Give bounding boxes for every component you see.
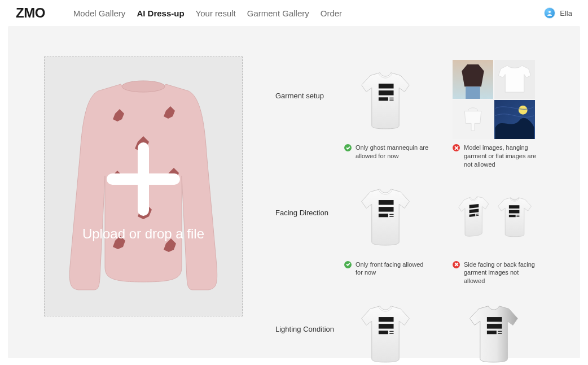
guideline-lighting: Lighting Condition Uniform illumination [275, 293, 559, 365]
example-image [344, 177, 427, 256]
example-good: Uniform illumination [344, 293, 435, 365]
cross-icon [453, 261, 460, 268]
upload-prompt: Upload or drop a file [82, 226, 204, 242]
example-image [453, 177, 535, 256]
upload-dropzone[interactable]: Upload or drop a file [44, 57, 243, 316]
example-good: Only ghost mannequin are allowed for now [344, 60, 435, 169]
guidelines-panel: Garment setup Only ghost mannequin are a… [275, 57, 559, 342]
brand-logo[interactable]: ZMO [16, 5, 45, 21]
caption: Only ghost mannequin are allowed for now [356, 144, 432, 160]
example-bad: severly uneven lighting will ruin result [453, 293, 543, 365]
caption: Model images, hanging garment or flat im… [464, 144, 541, 169]
nav-your-result[interactable]: Your result [196, 8, 236, 18]
svg-point-8 [519, 106, 528, 115]
guideline-facing-direction: Facing Direction Only front facing allow… [275, 177, 559, 286]
example-image [453, 60, 535, 139]
example-image [344, 60, 427, 139]
nav-ai-dressup[interactable]: AI Dress-up [137, 8, 184, 18]
cross-icon [453, 144, 460, 151]
plus-icon [107, 142, 180, 216]
svg-point-5 [548, 11, 551, 13]
nav-model-gallery[interactable]: Model Gallery [73, 8, 126, 18]
nav-garment-gallery[interactable]: Garment Gallery [247, 8, 309, 18]
caption: Side facing or back facing garment image… [464, 260, 541, 286]
nav-order[interactable]: Order [321, 8, 342, 18]
guideline-label: Lighting Condition [275, 293, 344, 333]
guideline-label: Facing Direction [275, 177, 344, 217]
example-image [344, 293, 427, 365]
example-good: Only front facing allowed for now [344, 177, 435, 286]
user-menu[interactable]: Ella [544, 7, 572, 19]
guideline-garment-setup: Garment setup Only ghost mannequin are a… [275, 60, 559, 169]
primary-nav: Model Gallery AI Dress-up Your result Ga… [73, 8, 544, 18]
caption: Only front facing allowed for now [356, 260, 432, 277]
avatar-icon [544, 7, 555, 19]
example-bad: Side facing or back facing garment image… [453, 177, 543, 286]
user-name: Ella [560, 9, 572, 18]
example-image [453, 293, 535, 365]
svg-point-6 [122, 81, 165, 92]
check-icon [344, 261, 352, 268]
app-header: ZMO Model Gallery AI Dress-up Your resul… [0, 0, 588, 26]
svg-rect-7 [466, 86, 480, 99]
example-bad: Model images, hanging garment or flat im… [453, 60, 543, 169]
main-panel: Upload or drop a file Garment setup Only… [8, 26, 580, 358]
check-icon [344, 144, 352, 151]
guideline-label: Garment setup [275, 60, 344, 100]
